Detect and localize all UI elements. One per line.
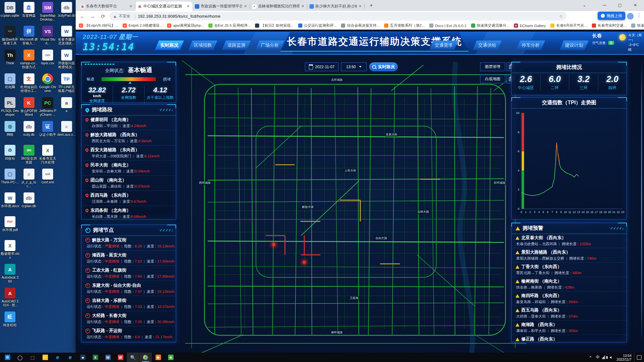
taskbar-file-explorer[interactable]: ▱ [39, 353, 51, 362]
taskbar-task-view[interactable]: ⬚ [26, 353, 39, 362]
bookmark-item[interactable]: EECharts Gallery [514, 23, 546, 28]
bookmark-item[interactable]: 综合会商决策支持... [341, 23, 380, 28]
tray-chevron-icon[interactable]: ^ [590, 355, 592, 360]
desktop-icon-sqlite[interactable]: DBccplan.sqlite [1, 2, 19, 17]
new-tab-button[interactable]: + [367, 3, 375, 8]
desktop-icon-docseal[interactable]: 文杜绝短副总经理分工... [20, 73, 38, 93]
desktop-icon-wechat-dev[interactable]: </>微信web开发者工具 [1, 26, 19, 45]
bookmark-item[interactable]: C【ExtjsV6.0好玩】... [79, 23, 118, 28]
nav-tab-right-4[interactable]: 建设计划 [560, 41, 589, 50]
taskbar-search-app[interactable]: 🔍 [127, 353, 139, 362]
minimize-button[interactable]: — [597, 0, 612, 11]
bookmark-item[interactable]: 五月渐散系列（第2... [384, 23, 425, 28]
congested-road-item[interactable]: 解放大路辅路 （西向东）西民主大街→万宝街|速度:4.6km/h [81, 130, 176, 145]
taskbar-firefox[interactable]: ◉ [152, 353, 164, 362]
nav-tab-right-3[interactable]: 停车分析 [516, 41, 545, 50]
tab-close-icon[interactable]: ✕ [358, 4, 362, 8]
congestion-alert-dot[interactable] [272, 243, 275, 246]
desktop-icon-pdf[interactable]: PDF水环境.pdf [1, 216, 19, 232]
taskbar-chrome[interactable] [139, 353, 152, 362]
congestion-warning-item[interactable]: 北亚泰大街 （西向东）长春北收费站→北四环路|拥堵长度 : 1028m [512, 234, 627, 248]
reload-icon[interactable]: ⟳ [99, 12, 107, 21]
congestion-warning-item[interactable]: 榆树南街 （南向北）扶余路→南果路|拥堵长度 : 428m [512, 277, 627, 292]
desktop-icon-recycle[interactable]: ♻回收站 [1, 145, 19, 160]
back-icon[interactable]: ← [78, 12, 87, 21]
tray-clock[interactable]: 13:542022/11/7 [617, 354, 631, 361]
desktop-icon-autocad[interactable]: AAutoCAD 2014 - 简.. [1, 288, 19, 307]
desktop-icon-word[interactable]: W水环境.docx [1, 192, 19, 208]
desktop-icon-xml[interactable]: xmlconf.xml [38, 169, 57, 184]
desktop-icon-baidupan[interactable]: 盘百度网盘 [20, 2, 38, 17]
congested-road-item[interactable]: 西四马路 （东向西）汪清路→永春路|速度:8.67km/h [81, 191, 176, 206]
forward-icon[interactable]: → [89, 12, 97, 21]
desktop-icon-cert[interactable]: 证认证小助手 [38, 121, 57, 136]
tab-5[interactable]: 孙少林大夫好不好,孙少林大夫怎...✕ [308, 2, 364, 11]
taskbar-edge[interactable]: e [52, 353, 64, 362]
congested-road-item[interactable]: 民丰大街 （南向北）安乐街→吉林大路|速度:8.04km/h [81, 161, 176, 176]
taskbar-cortana-search[interactable]: ◯ [14, 353, 26, 362]
bookmark-item[interactable]: 长春市实时交通... [592, 23, 627, 28]
nav-tab-4[interactable]: 广场分析 [255, 41, 284, 50]
desktop-icon-kingsoft[interactable]: K金山PDF转Word [20, 97, 38, 116]
desktop-icon-autodesk[interactable]: AAutodesk 360 [1, 264, 19, 283]
taskbar-green-app[interactable]: ◆ [165, 353, 177, 362]
desktop-icon-wangwang[interactable]: 旺阿里旺旺 [1, 311, 19, 327]
tab-close-icon[interactable]: ✕ [129, 4, 133, 8]
layer-manager-button[interactable]: 图层管理 [480, 62, 505, 71]
taskbar-start[interactable]: ⊞ [1, 353, 14, 362]
bookmark-item[interactable]: 公交运行监测和评... [298, 23, 337, 28]
bookmark-star-icon[interactable]: ☆ [559, 14, 563, 19]
desktop-icon-se360[interactable]: 360360安全浏览器 [20, 145, 38, 164]
bookmark-item[interactable]: 【前沿】如何实现... [255, 23, 294, 28]
bookmark-item[interactable]: 快速路交通流量分... [631, 23, 644, 28]
congested-node-item[interactable]: 大经路 - 长春大街运行状态 : 中度拥堵|指数 : 7.06|速度 : 20.… [81, 311, 176, 326]
congested-node-item[interactable]: 湖西路 - 开运街 [81, 341, 176, 342]
desktop-icon-xampp[interactable]: Xxampp-co...快捷方式 [20, 50, 38, 69]
network-icon[interactable] [602, 356, 605, 359]
bookmark-item[interactable]: CExtjs6.2.0搭建项目... [123, 23, 163, 28]
desktop-icon-file[interactable]: ≡yt_z_g_tuc... [20, 169, 38, 188]
congestion-warning-item[interactable]: 景阳大路辅路 （西向东）景阳大路辅路→西解放立交桥|拥堵长度 : 746m [512, 248, 627, 263]
map-date-picker[interactable]: 2022-11-07 [305, 62, 338, 71]
congested-road-item[interactable]: 西安大路辅路 （东向西）学府大道→208医院南门|速度:6.11km/h [81, 145, 176, 161]
tab-3[interactable]: 市政设施一张图管理平台✕ [193, 2, 250, 11]
close-button[interactable]: ✕ [628, 0, 643, 11]
bookmark-item[interactable]: 在Ext JS 5 应用程序... [208, 23, 251, 28]
basemap-button[interactable]: 白底地图 [480, 75, 505, 83]
nav-tab-2[interactable]: 区域指数 [188, 41, 217, 50]
notification-center-icon[interactable] [634, 353, 644, 362]
tab-2[interactable]: ▦中心城区交通运行监测✕ [136, 2, 192, 11]
taskbar-word[interactable]: W [102, 353, 114, 362]
map-time-picker[interactable]: 13:50 [341, 62, 367, 71]
taskbar-wps[interactable]: W [114, 353, 127, 362]
desktop-icon-pycharm[interactable]: PCJetBrains PyCharm ... [38, 97, 57, 116]
upload-extension-popup[interactable]: ↑ 拖拽上传 [598, 12, 625, 20]
tab-search-chevron-icon[interactable]: ⌄ [580, 0, 589, 11]
desktop-icon-notepad[interactable]: aa [57, 97, 76, 113]
desktop-icon-word[interactable]: W升级版问题检查情况... [57, 50, 76, 69]
desktop-icon-excel[interactable]: X长春市五大污水处理系... [38, 145, 57, 164]
desktop-icon-db[interactable]: dbxcdy.db [20, 121, 38, 136]
volume-icon[interactable] [610, 356, 611, 359]
desktop-icon-computer[interactable]: ▢此电脑 [1, 73, 19, 89]
desktop-icon-excel[interactable]: X数据需求.xlsx [1, 240, 19, 259]
nav-tab-3[interactable]: 道路监测 [222, 41, 251, 50]
desktop-icon-db[interactable]: dbJcdyPad.db [57, 2, 76, 17]
congestion-warning-item[interactable]: 丁香大街 （东向西）育民北路→丁香大街|拥堵长度 : 480m [512, 263, 627, 277]
congested-road-item[interactable]: 健康胡同 （北向南）白强街→平治街|速度:4.24km/h [81, 115, 176, 130]
tab-close-icon[interactable]: ✕ [186, 4, 190, 8]
congestion-alert-dot[interactable] [303, 261, 306, 264]
desktop-icon-supermap[interactable]: SMSuperMap Desktop... [38, 2, 57, 21]
congested-node-item[interactable]: 湖西路 - 延安大街运行状态 : 中度拥堵|指数 : 7.92|速度 : 17.… [81, 251, 176, 266]
realtime-search-button[interactable]: 实时路况 [369, 62, 398, 71]
desktop-icon-plsql[interactable]: PLPLSQL Developer [1, 97, 19, 116]
bookmark-item[interactable]: Cajax调用返回php... [167, 23, 204, 28]
ime-indicator[interactable]: 中 [596, 355, 600, 360]
taskbar-ie[interactable]: e [64, 353, 76, 362]
profile-avatar[interactable] [627, 13, 634, 20]
taskbar-app-dark[interactable]: ■ [77, 353, 89, 362]
address-bar[interactable]: ▲ 不安全 192.168.253.31:8085/its/cc_fcd/hom… [109, 12, 567, 21]
desktop-icon-csv[interactable]: csvlayer.csv [38, 50, 57, 65]
congested-node-item[interactable]: 解放大路 - 万宝街运行状态 : 严重拥堵|指数 : 8.29|速度 : 16.… [81, 236, 176, 251]
tab-4[interactable]: +吉林省肿瘤医院治疗肺癌怎么...✕ [250, 2, 307, 11]
